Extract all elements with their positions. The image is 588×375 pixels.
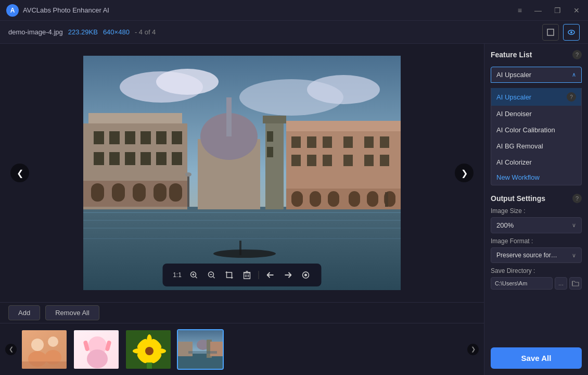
svg-rect-42 bbox=[291, 136, 301, 148]
dots-button[interactable]: ... bbox=[555, 277, 567, 290]
image-size-value: 200% bbox=[496, 221, 514, 229]
close-button[interactable]: ✕ bbox=[571, 5, 582, 16]
feature-item-upscaler[interactable]: AI Upscaler ? bbox=[491, 88, 581, 106]
feature-item-colorizer-label: AI Colorizer bbox=[496, 158, 532, 166]
svg-rect-48 bbox=[291, 155, 301, 166]
feature-item-bg-removal[interactable]: AI BG Removal bbox=[491, 138, 581, 154]
svg-rect-52 bbox=[364, 155, 374, 166]
save-directory-input[interactable]: C:\Users\Am bbox=[491, 277, 553, 290]
prev-image-button[interactable]: ❮ bbox=[10, 164, 29, 182]
new-workflow-container: New Workflow bbox=[491, 170, 581, 185]
save-all-button[interactable]: Save All bbox=[491, 347, 582, 369]
right-panel: Feature List ? AI Upscaler ∧ AI Upscaler… bbox=[484, 44, 588, 375]
next-arrow-icon: ❯ bbox=[461, 168, 468, 178]
restore-button[interactable]: ❐ bbox=[552, 5, 563, 16]
svg-rect-53 bbox=[380, 155, 389, 166]
svg-rect-28 bbox=[91, 183, 104, 202]
svg-point-64 bbox=[185, 172, 191, 177]
svg-rect-38 bbox=[267, 131, 273, 142]
new-workflow-link[interactable]: New Workflow bbox=[491, 170, 545, 184]
folder-browse-button[interactable] bbox=[569, 277, 582, 290]
svg-rect-9 bbox=[83, 212, 401, 213]
resize-view-button[interactable] bbox=[542, 24, 559, 41]
svg-rect-58 bbox=[349, 191, 360, 207]
directory-row: C:\Users\Am ... bbox=[491, 277, 582, 290]
svg-point-7 bbox=[307, 75, 380, 104]
delete-button[interactable] bbox=[240, 268, 254, 282]
next-toolbar-button[interactable] bbox=[281, 268, 296, 282]
svg-point-96 bbox=[145, 347, 154, 355]
image-format-dropdown[interactable]: Preserve source forma… ∨ bbox=[491, 247, 582, 263]
next-image-button[interactable]: ❯ bbox=[455, 164, 474, 182]
filmstrip-next-button[interactable]: ❯ bbox=[467, 344, 479, 355]
image-format-chevron-icon: ∨ bbox=[572, 252, 576, 259]
svg-rect-20 bbox=[172, 131, 182, 144]
zoom-in-button[interactable] bbox=[187, 268, 201, 282]
titlebar-right: ≡ — ❐ ✕ bbox=[516, 5, 582, 16]
svg-rect-47 bbox=[380, 136, 389, 148]
preview-toggle-button[interactable] bbox=[563, 24, 580, 41]
title-bar: A AVCLabs Photo Enhancer AI ≡ — ❐ ✕ bbox=[0, 0, 588, 21]
svg-line-72 bbox=[213, 277, 215, 278]
svg-rect-15 bbox=[94, 131, 104, 144]
svg-point-61 bbox=[213, 249, 276, 258]
svg-line-69 bbox=[196, 277, 197, 278]
feature-item-colorizer[interactable]: AI Colorizer bbox=[491, 154, 581, 170]
feature-item-denoiser[interactable]: AI Denoiser bbox=[491, 106, 581, 122]
app-title: AVCLabs Photo Enhancer AI bbox=[23, 6, 109, 14]
feature-item-color-calibration[interactable]: AI Color Calibration bbox=[491, 122, 581, 138]
svg-rect-54 bbox=[286, 189, 401, 209]
zoom-out-button[interactable] bbox=[204, 268, 219, 282]
svg-rect-14 bbox=[88, 113, 182, 123]
image-format-value: Preserve source forma… bbox=[496, 252, 559, 259]
minimize-button[interactable]: — bbox=[532, 5, 544, 16]
svg-rect-18 bbox=[140, 131, 151, 144]
svg-rect-29 bbox=[112, 183, 125, 202]
feature-item-upscaler-label: AI Upscaler bbox=[496, 93, 531, 101]
feature-item-denoiser-label: AI Denoiser bbox=[496, 110, 532, 118]
svg-rect-51 bbox=[343, 155, 353, 166]
menu-icon[interactable]: ≡ bbox=[516, 5, 524, 16]
svg-point-91 bbox=[87, 349, 108, 368]
prev-toolbar-button[interactable] bbox=[263, 268, 278, 282]
top-bar: demo-image-4.jpg 223.29KB 640×480 - 4 of… bbox=[0, 21, 588, 44]
svg-rect-59 bbox=[367, 191, 378, 207]
svg-rect-19 bbox=[156, 131, 167, 144]
svg-rect-21 bbox=[94, 152, 104, 165]
svg-point-2 bbox=[570, 31, 572, 33]
svg-rect-45 bbox=[343, 136, 353, 148]
svg-rect-16 bbox=[109, 131, 120, 144]
filmstrip-prev-button[interactable]: ❮ bbox=[5, 344, 17, 355]
remove-all-button[interactable]: Remove All bbox=[45, 305, 99, 320]
svg-rect-46 bbox=[364, 136, 374, 148]
thumbnail-4[interactable] bbox=[177, 329, 224, 370]
image-size-label: Image Size : bbox=[491, 207, 582, 215]
svg-rect-108 bbox=[178, 342, 193, 356]
preview-toolbar-button[interactable] bbox=[299, 268, 313, 282]
feature-item-help[interactable]: ? bbox=[567, 92, 576, 102]
svg-rect-35 bbox=[226, 97, 232, 136]
save-dir-label: Save Directory : bbox=[491, 267, 582, 274]
thumbnail-1[interactable] bbox=[21, 329, 68, 370]
output-settings-help-icon[interactable]: ? bbox=[572, 194, 582, 203]
feature-item-color-cal-label: AI Color Calibration bbox=[496, 126, 555, 134]
svg-rect-55 bbox=[291, 191, 303, 207]
thumbnail-3[interactable] bbox=[125, 329, 172, 370]
image-size-dropdown[interactable]: 200% ∨ bbox=[491, 217, 582, 233]
main-layout: ❮ ❯ 1:1 bbox=[0, 44, 588, 375]
output-settings-section: Output Settings ? Image Size : 200% ∨ Im… bbox=[491, 194, 582, 290]
svg-rect-57 bbox=[328, 191, 339, 207]
feature-list-dropdown[interactable]: AI Upscaler ∧ bbox=[491, 67, 582, 83]
add-button[interactable]: Add bbox=[8, 305, 40, 320]
thumbnail-2[interactable] bbox=[73, 329, 120, 370]
svg-rect-23 bbox=[125, 152, 135, 165]
feature-list-header: Feature List ? bbox=[491, 50, 582, 59]
crop-button[interactable] bbox=[222, 268, 237, 282]
feature-list-help-icon[interactable]: ? bbox=[572, 50, 582, 59]
svg-rect-112 bbox=[188, 351, 217, 354]
prev-arrow-icon: ❮ bbox=[17, 168, 23, 178]
action-bar: Add Remove All bbox=[0, 302, 484, 323]
svg-point-85 bbox=[48, 336, 58, 347]
svg-point-82 bbox=[304, 274, 307, 277]
svg-rect-49 bbox=[307, 155, 316, 166]
